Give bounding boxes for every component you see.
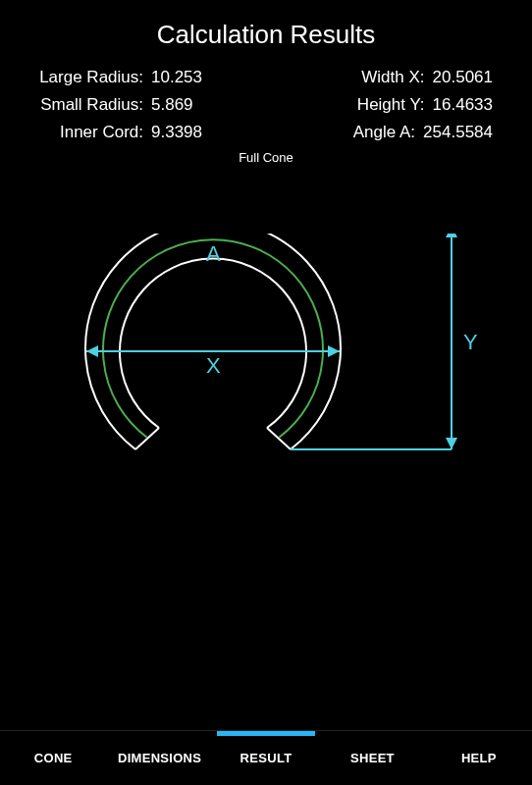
inner-arc-icon xyxy=(120,259,306,428)
bottom-tabbar: CONE DIMENSIONS RESULT SHEET HELP xyxy=(0,730,532,785)
header: Calculation Results xyxy=(0,0,532,50)
large-radius-pair: Large Radius: 10.253 xyxy=(39,68,202,87)
height-y-value: 16.4633 xyxy=(431,95,493,115)
arrow-down-icon xyxy=(446,438,457,449)
angle-a-arc-icon xyxy=(103,239,323,438)
width-x-pair: Width X: 20.5061 xyxy=(357,68,493,87)
result-row: Inner Cord: 9.3398 Angle A: 254.5584 xyxy=(39,123,493,142)
large-radius-value: 10.253 xyxy=(149,68,202,87)
label-a: A xyxy=(206,241,221,266)
result-row: Small Radius: 5.869 Height Y: 16.4633 xyxy=(39,95,493,115)
width-x-label: Width X: xyxy=(357,68,431,87)
cone-diagram-icon: A X Y xyxy=(37,234,489,518)
angle-a-pair: Angle A: 254.5584 xyxy=(347,123,493,142)
large-radius-label: Large Radius: xyxy=(39,68,149,87)
small-radius-value: 5.869 xyxy=(149,95,193,115)
width-x-value: 20.5061 xyxy=(431,68,493,87)
results-panel: Large Radius: 10.253 Width X: 20.5061 Sm… xyxy=(0,50,532,165)
result-row: Large Radius: 10.253 Width X: 20.5061 xyxy=(39,68,493,87)
tab-result[interactable]: RESULT xyxy=(213,731,319,785)
angle-a-label: Angle A: xyxy=(347,123,421,142)
arrow-left-icon xyxy=(86,345,98,357)
tab-help[interactable]: HELP xyxy=(426,731,532,785)
tab-cone[interactable]: CONE xyxy=(0,731,106,785)
small-radius-label: Small Radius: xyxy=(39,95,149,115)
page-title: Calculation Results xyxy=(0,20,532,50)
height-y-label: Height Y: xyxy=(357,95,431,115)
cone-type-label: Full Cone xyxy=(39,150,493,165)
inner-cord-pair: Inner Cord: 9.3398 xyxy=(39,123,202,142)
angle-a-value: 254.5584 xyxy=(421,123,493,142)
tab-dimensions[interactable]: DIMENSIONS xyxy=(106,731,212,785)
label-x: X xyxy=(206,353,221,378)
outer-arc-icon xyxy=(85,234,341,449)
arrow-up-icon xyxy=(446,234,457,237)
inner-cord-label: Inner Cord: xyxy=(39,123,149,142)
diagram-area: A X Y xyxy=(0,165,532,518)
tab-sheet[interactable]: SHEET xyxy=(319,731,425,785)
small-radius-pair: Small Radius: 5.869 xyxy=(39,95,193,115)
label-y: Y xyxy=(463,330,478,354)
arrow-right-icon xyxy=(328,345,340,357)
inner-cord-value: 9.3398 xyxy=(149,123,202,142)
height-y-pair: Height Y: 16.4633 xyxy=(357,95,493,115)
